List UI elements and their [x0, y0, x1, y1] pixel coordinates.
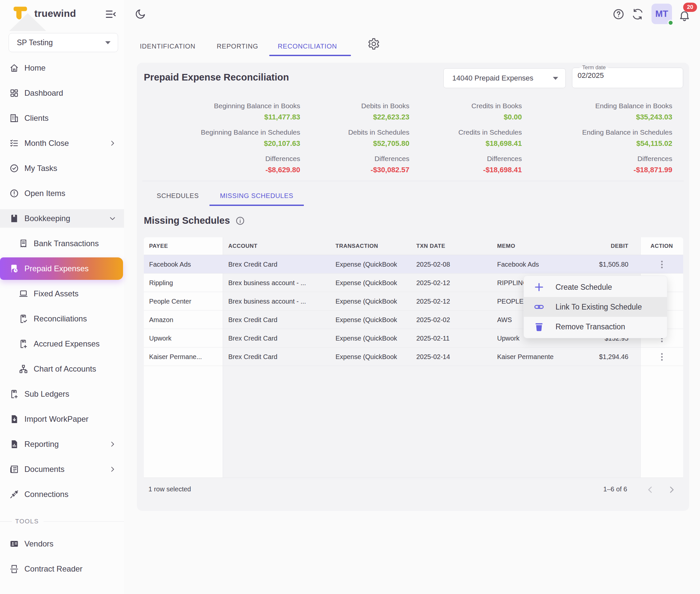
- plug-icon: [9, 489, 19, 499]
- sidebar-item-import-workpaper[interactable]: Import WorkPaper: [0, 410, 124, 428]
- term-date-field[interactable]: Term date 02/2025: [572, 65, 683, 88]
- sidebar-item-bookkeeping[interactable]: Bookkeeping: [0, 209, 124, 228]
- menu-item-label: Link To Existing Schedule: [556, 303, 642, 311]
- receipt-icon: [19, 239, 28, 249]
- tab-reporting[interactable]: REPORTING: [217, 37, 258, 56]
- cell-transaction: Expense (QuickBook: [330, 255, 411, 273]
- table-row[interactable]: Kaiser Permane... Brex Credit Card Expen…: [144, 348, 683, 366]
- sidebar-item-fixed-assets[interactable]: Fixed Assets: [0, 285, 124, 303]
- gear-icon[interactable]: [368, 38, 380, 50]
- section-title: Missing Schedules: [144, 215, 230, 226]
- laptop-icon: [19, 289, 28, 299]
- hierarchy-icon: [19, 364, 28, 374]
- summary-col-credits: Credits in Books $0.00 Credits in Schedu…: [410, 100, 522, 175]
- sidebar-item-connections[interactable]: Connections: [0, 485, 124, 503]
- sidebar-item-documents[interactable]: Documents: [0, 460, 124, 478]
- sidebar-item-chart-of-accounts[interactable]: Chart of Accounts: [0, 360, 124, 378]
- rows-selected-status: 1 row selected: [148, 483, 191, 496]
- cell-txn-date: 2025-02-11: [411, 329, 492, 348]
- cell-payee: Facebook Ads: [144, 255, 223, 273]
- notification-badge: 20: [683, 3, 697, 12]
- table-header-row: PAYEE ACCOUNT TRANSACTION TXN DATE MEMO …: [144, 237, 683, 255]
- summary-label: Credits in Books: [410, 100, 522, 111]
- subtab-schedules[interactable]: SCHEDULES: [146, 186, 209, 206]
- cell-account: Brex Credit Card: [223, 310, 330, 329]
- pagination-prev-icon[interactable]: [643, 483, 657, 496]
- cell-transaction: Expense (QuickBook: [330, 348, 411, 366]
- row-menu-icon[interactable]: [658, 258, 665, 271]
- avatar[interactable]: MT: [652, 4, 672, 24]
- sidebar-item-label: Connections: [25, 490, 68, 499]
- summary-col-ending: Ending Balance in Books $35,243.03 Endin…: [560, 100, 672, 175]
- pagination-next-icon[interactable]: [665, 483, 678, 496]
- menu-item-remove-transaction[interactable]: Remove Transaction: [524, 317, 667, 337]
- chevron-right-icon: [109, 140, 116, 147]
- sidebar-item-accrued-expenses[interactable]: Accrued Expenses: [0, 335, 124, 353]
- cell-memo: Facebook Ads: [492, 255, 583, 273]
- summary-value: $0.00: [410, 111, 522, 123]
- sidebar-item-vendors[interactable]: Vendors: [0, 535, 124, 553]
- summary-label: Ending Balance in Schedules: [560, 127, 672, 138]
- sidebar-item-clients[interactable]: Clients: [0, 109, 124, 127]
- subtab-missing-schedules[interactable]: MISSING SCHEDULES: [209, 186, 304, 206]
- sidebar-item-label: Reporting: [25, 439, 59, 449]
- summary-label: Differences: [188, 153, 300, 164]
- table-row[interactable]: Facebook Ads Brex Credit Card Expense (Q…: [144, 255, 683, 273]
- tab-identification[interactable]: IDENTIFICATION: [140, 37, 196, 56]
- cell-payee: Rippling: [144, 273, 223, 292]
- info-icon[interactable]: [235, 216, 245, 226]
- col-header-txn-date[interactable]: TXN DATE: [411, 237, 492, 255]
- sidebar-item-sub-ledgers[interactable]: Sub Ledgers: [0, 385, 124, 403]
- col-header-account[interactable]: ACCOUNT: [223, 237, 330, 255]
- sidebar-item-label: Chart of Accounts: [34, 364, 96, 373]
- sidebar-item-open-items[interactable]: Open Items: [0, 184, 124, 203]
- help-icon[interactable]: [612, 8, 625, 21]
- row-menu-icon[interactable]: [658, 351, 665, 363]
- sidebar-item-contract-reader[interactable]: Contract Reader: [0, 560, 124, 578]
- sidebar-item-label: Bookkeeping: [25, 214, 70, 223]
- summary-value: -$30,082.57: [297, 164, 409, 175]
- col-header-transaction[interactable]: TRANSACTION: [330, 237, 411, 255]
- sidebar-item-bank-transactions[interactable]: Bank Transactions: [0, 234, 124, 253]
- sidebar-item-label: Bank Transactions: [34, 239, 99, 248]
- online-status-dot: [668, 20, 674, 26]
- col-header-payee[interactable]: PAYEE: [144, 237, 223, 255]
- dark-mode-toggle[interactable]: [135, 8, 146, 20]
- cell-memo: Kaiser Permanente: [492, 348, 583, 366]
- summary-label: Beginning Balance in Books: [188, 100, 300, 111]
- col-header-memo[interactable]: MEMO: [492, 237, 583, 255]
- tab-reconciliation[interactable]: RECONCILIATION: [278, 37, 337, 56]
- cell-account: Brex business account - ...: [223, 273, 330, 292]
- cell-txn-date: 2025-02-02: [411, 310, 492, 329]
- avatar-initials: MT: [656, 9, 668, 19]
- summary-col-beginning: Beginning Balance in Books $11,477.83 Be…: [188, 100, 300, 175]
- col-header-debit[interactable]: DEBIT: [583, 237, 640, 255]
- sidebar-item-label: Month Close: [25, 139, 69, 148]
- menu-item-create-schedule[interactable]: Create Schedule: [524, 277, 667, 297]
- file-import-icon: [9, 414, 19, 424]
- sidebar-item-label: Home: [25, 63, 45, 73]
- menu-item-link-to-existing-schedule[interactable]: Link To Existing Schedule: [524, 297, 667, 317]
- sidebar-item-month-close[interactable]: Month Close: [0, 134, 124, 153]
- sidebar-item-my-tasks[interactable]: My Tasks: [0, 159, 124, 177]
- sidebar-item-label: Vendors: [25, 539, 54, 549]
- sidebar-item-label: Clients: [25, 113, 48, 123]
- sidebar-collapse-icon[interactable]: [104, 8, 117, 21]
- refresh-icon[interactable]: [631, 8, 644, 21]
- sidebar-item-dashboard[interactable]: Dashboard: [0, 84, 124, 102]
- cell-debit: $1,294.46: [583, 348, 640, 366]
- workspace-select[interactable]: SP Testing: [8, 33, 118, 52]
- sidebar-item-reconciliations[interactable]: Reconciliations: [0, 309, 124, 328]
- tools-section-label: TOOLS: [15, 518, 39, 525]
- sidebar-item-prepaid-expenses[interactable]: Prepaid Expenses: [0, 257, 123, 280]
- summary-label: Debits in Books: [297, 100, 409, 111]
- account-select[interactable]: 14040 Prepaid Expenses: [443, 68, 566, 88]
- summary-value: $20,107.63: [188, 138, 300, 149]
- sidebar-item-label: Reconciliations: [34, 314, 87, 323]
- summary-value: $18,698.41: [410, 138, 522, 149]
- sidebar-item-reporting[interactable]: Reporting: [0, 435, 124, 454]
- summary-col-debits: Debits in Books $22,623.23 Debits in Sch…: [297, 100, 409, 175]
- chevron-right-icon: [109, 440, 116, 448]
- pagination-range: 1–6 of 6: [582, 483, 648, 496]
- sidebar-item-home[interactable]: Home: [0, 59, 124, 77]
